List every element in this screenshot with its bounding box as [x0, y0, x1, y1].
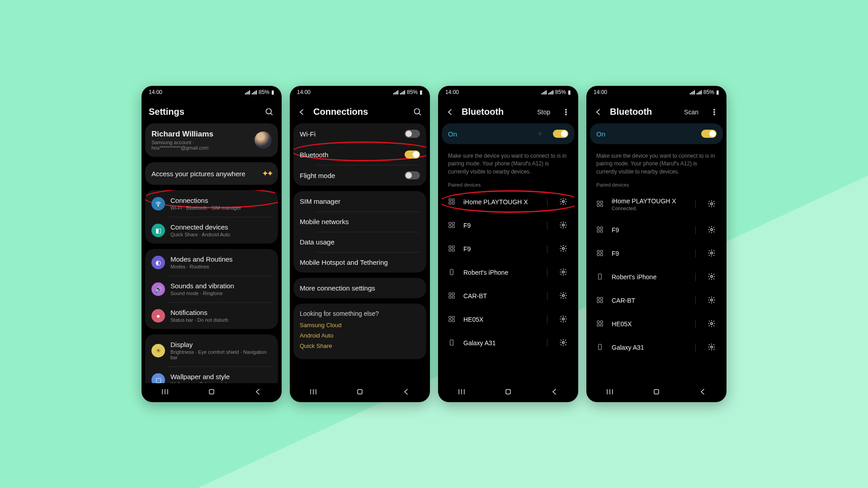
device-row[interactable]: F9	[590, 242, 723, 265]
device-name: F9	[612, 226, 684, 234]
stop-button[interactable]: Stop	[537, 108, 550, 116]
bt-master-toggle[interactable]	[701, 130, 717, 138]
device-row[interactable]: F9	[442, 237, 575, 261]
account-card[interactable]: Richard Williams Samsung account · hos**…	[145, 123, 278, 157]
svg-rect-55	[600, 205, 603, 207]
device-row[interactable]: iHome PLAYTOUGH X	[442, 190, 575, 214]
mobile-networks-row[interactable]: Mobile networks	[293, 211, 426, 232]
item-sub: Sound mode · Ringtone	[170, 291, 272, 296]
wifi-toggle[interactable]	[405, 130, 420, 138]
home-button[interactable]	[207, 387, 216, 398]
gear-icon[interactable]	[559, 221, 568, 230]
device-row[interactable]: CAR-BT	[590, 289, 723, 312]
search-icon[interactable]	[264, 107, 274, 117]
promo-card[interactable]: Access your pictures anywhere ✦✦	[145, 162, 278, 185]
scan-button[interactable]: Scan	[684, 108, 698, 116]
separator	[547, 245, 547, 253]
back-button[interactable]	[254, 387, 263, 398]
sparkle-icon: ✦✦	[262, 169, 272, 178]
device-row[interactable]: HE05X	[442, 308, 575, 331]
gear-icon[interactable]	[708, 343, 717, 352]
back-button[interactable]	[402, 387, 411, 398]
flight-row[interactable]: Flight mode	[293, 165, 426, 186]
search-icon[interactable]	[413, 107, 423, 117]
clock: 14:00	[445, 89, 459, 95]
separator	[547, 198, 547, 206]
separator	[695, 249, 696, 258]
settings-item-sounds[interactable]: 🔊 Sounds and vibration Sound mode · Ring…	[145, 276, 278, 302]
gear-icon[interactable]	[708, 296, 717, 305]
gear-icon[interactable]	[559, 338, 568, 347]
more-icon[interactable]	[561, 107, 571, 117]
content: On ⁘ Make sure the device you want to co…	[438, 123, 578, 383]
settings-item-notifications[interactable]: ● Notifications Status bar · Do not dist…	[145, 302, 278, 329]
settings-item-modes[interactable]: ◐ Modes and Routines Modes · Routines	[145, 249, 278, 276]
back-button[interactable]	[698, 387, 708, 398]
bluetooth-toggle[interactable]	[405, 150, 420, 159]
more-icon[interactable]	[709, 107, 719, 117]
more-card[interactable]: More connection settings	[293, 278, 426, 298]
device-row[interactable]: F9	[590, 218, 723, 242]
header: Settings	[142, 99, 282, 123]
gear-icon[interactable]	[708, 249, 717, 258]
gear-icon[interactable]	[559, 315, 568, 324]
recents-button[interactable]	[605, 387, 614, 398]
hotspot-row[interactable]: Mobile Hotspot and Tethering	[293, 252, 426, 272]
devices-icon: ◧	[151, 224, 165, 237]
avatar[interactable]	[255, 131, 272, 149]
link-samsung-cloud[interactable]: Samsung Cloud	[300, 322, 420, 328]
settings-item-connections[interactable]: Connections Wi-Fi · Bluetooth · SIM mana…	[145, 190, 278, 217]
sim-row[interactable]: SIM manager	[293, 191, 426, 211]
home-button[interactable]	[504, 387, 513, 398]
gear-icon[interactable]	[559, 244, 568, 253]
gear-icon[interactable]	[559, 197, 568, 206]
settings-item-wallpaper[interactable]: ▢ Wallpaper and style Wallpapers · Colou…	[145, 366, 278, 383]
bluetooth-row[interactable]: Bluetooth	[293, 144, 426, 165]
device-row[interactable]: Robert's iPhone	[442, 261, 575, 284]
svg-point-61	[711, 229, 713, 231]
back-icon[interactable]	[445, 107, 455, 117]
recents-button[interactable]	[160, 387, 170, 398]
device-row[interactable]: Galaxy A31	[590, 336, 723, 359]
link-quick-share[interactable]: Quick Share	[300, 343, 420, 349]
svg-point-7	[415, 108, 420, 114]
back-icon[interactable]	[297, 107, 307, 117]
settings-item-connected-devices[interactable]: ◧ Connected devices Quick Share · Androi…	[145, 217, 278, 244]
gear-icon[interactable]	[708, 319, 717, 328]
wallpaper-icon: ▢	[151, 373, 165, 384]
data-usage-row[interactable]: Data usage	[293, 232, 426, 252]
home-button[interactable]	[355, 387, 364, 398]
back-button[interactable]	[550, 387, 559, 398]
svg-point-51	[714, 114, 715, 115]
battery-pct: 85%	[703, 89, 714, 95]
settings-item-display[interactable]: ☀ Display Brightness · Eye comfort shiel…	[145, 334, 278, 366]
wifi-row[interactable]: Wi-Fi	[293, 123, 426, 144]
device-row[interactable]: Galaxy A31	[442, 331, 575, 355]
link-android-auto[interactable]: Android Auto	[300, 332, 420, 339]
back-icon[interactable]	[594, 107, 604, 117]
bt-master-toggle[interactable]	[553, 130, 568, 138]
looking-card: Looking for something else? Samsung Clou…	[293, 304, 426, 359]
device-row[interactable]: Robert's iPhone	[590, 265, 723, 289]
home-button[interactable]	[652, 387, 661, 398]
device-row[interactable]: CAR-BT	[442, 284, 575, 308]
device-name: Robert's iPhone	[612, 273, 684, 281]
page-title: Settings	[149, 107, 258, 117]
device-row[interactable]: F9	[442, 214, 575, 237]
gear-icon[interactable]	[708, 225, 717, 235]
gear-icon[interactable]	[708, 200, 717, 209]
svg-rect-36	[452, 296, 454, 299]
settings-group-2: ◐ Modes and Routines Modes · Routines 🔊 …	[145, 249, 278, 329]
gear-icon[interactable]	[708, 272, 717, 282]
info-text: Make sure the device you want to connect…	[590, 150, 723, 182]
recents-button[interactable]	[309, 387, 318, 398]
gear-icon[interactable]	[559, 268, 568, 277]
recents-button[interactable]	[457, 387, 466, 398]
flight-toggle[interactable]	[405, 171, 420, 179]
svg-rect-16	[449, 199, 451, 201]
separator	[695, 296, 696, 305]
device-row[interactable]: iHome PLAYTOUGH X Connected.	[590, 190, 723, 218]
gear-icon[interactable]	[559, 291, 568, 300]
device-row[interactable]: HE05X	[590, 312, 723, 336]
wifi-icon	[151, 197, 165, 211]
